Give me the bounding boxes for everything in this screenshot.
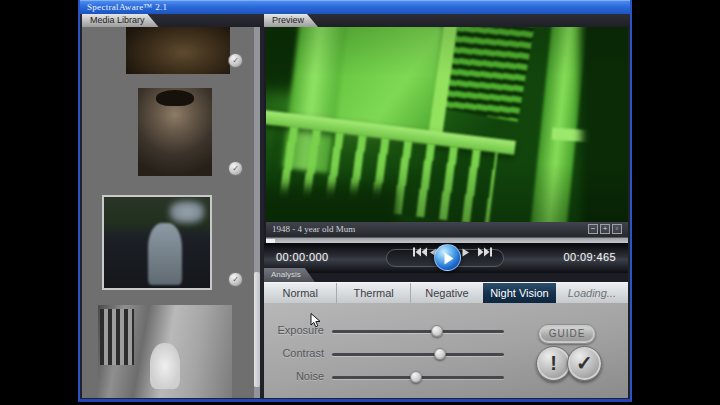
guide-button-label: GUIDE bbox=[549, 328, 586, 339]
media-library-scrollbar[interactable] bbox=[254, 27, 260, 398]
thumbnail-check-icon[interactable]: ✓ bbox=[228, 161, 243, 176]
zoom-in-button[interactable]: + bbox=[600, 224, 610, 234]
thumbnail-sepia-portrait[interactable] bbox=[138, 88, 212, 176]
contrast-slider[interactable] bbox=[332, 353, 504, 356]
preview-tab-label: Preview bbox=[272, 15, 304, 25]
panel-tab-strip: Media Library Preview bbox=[80, 14, 630, 27]
exposure-slider[interactable] bbox=[332, 330, 504, 333]
skip-end-button[interactable] bbox=[478, 243, 493, 261]
contrast-slider-thumb[interactable] bbox=[434, 348, 446, 360]
media-library-tab-label: Media Library bbox=[90, 15, 145, 25]
skip-start-icon bbox=[413, 247, 428, 257]
caption-bar: 1948 - 4 year old Mum − + ▫ bbox=[266, 222, 628, 237]
tab-thermal[interactable]: Thermal bbox=[336, 283, 409, 303]
title-bar[interactable]: SpectralAware™ 2.1 bbox=[80, 0, 630, 14]
window-title: SpectralAware™ 2.1 bbox=[87, 2, 167, 12]
tab-media-library[interactable]: Media Library bbox=[82, 14, 159, 27]
clip-caption: 1948 - 4 year old Mum bbox=[272, 224, 355, 234]
tab-negative[interactable]: Negative bbox=[410, 283, 483, 303]
skip-end-icon bbox=[478, 247, 493, 257]
tab-preview[interactable]: Preview bbox=[264, 14, 318, 27]
skip-start-button[interactable] bbox=[413, 243, 428, 261]
tab-night-vision[interactable]: Night Vision bbox=[483, 283, 555, 303]
noise-slider-row: Noise bbox=[264, 370, 564, 384]
analysis-tab-label: Analysis bbox=[271, 270, 301, 279]
thumbnail-check-icon[interactable]: ✓ bbox=[228, 272, 243, 287]
mouse-cursor bbox=[310, 313, 322, 333]
step-forward-button[interactable] bbox=[462, 243, 470, 261]
exclamation-icon: ! bbox=[550, 352, 557, 374]
play-button[interactable] bbox=[434, 244, 461, 271]
exposure-slider-thumb[interactable] bbox=[431, 325, 443, 337]
fit-screen-button[interactable]: ▫ bbox=[612, 224, 622, 234]
arrow-cursor-icon bbox=[310, 313, 322, 329]
vignette-overlay bbox=[266, 27, 628, 222]
noise-slider-thumb[interactable] bbox=[410, 371, 422, 383]
guide-button[interactable]: GUIDE bbox=[538, 324, 596, 344]
thumbnail-sepia-group[interactable] bbox=[126, 27, 230, 74]
thumbnail-bw-house-child[interactable] bbox=[98, 305, 232, 398]
playback-bar: 00:00:000 00:09:465 bbox=[264, 243, 628, 273]
noise-slider[interactable] bbox=[332, 376, 504, 379]
contrast-label: Contrast bbox=[264, 347, 324, 359]
preview-viewport[interactable] bbox=[266, 27, 628, 222]
preview-panel: 1948 - 4 year old Mum − + ▫ 00:00:000 00… bbox=[264, 27, 628, 398]
exposure-slider-row: Exposure bbox=[264, 324, 564, 338]
scrollbar-thumb[interactable] bbox=[254, 272, 260, 387]
app-window: SpectralAware™ 2.1 Media Library Preview… bbox=[78, 0, 632, 402]
play-icon bbox=[444, 252, 454, 265]
contrast-slider-row: Contrast bbox=[264, 347, 564, 361]
alert-button[interactable]: ! bbox=[536, 346, 571, 381]
tab-normal[interactable]: Normal bbox=[264, 283, 336, 303]
zoom-out-button[interactable]: − bbox=[588, 224, 598, 234]
total-duration: 00:09:465 bbox=[563, 251, 616, 263]
media-library-panel: ✓ ✓ ✓ bbox=[82, 27, 254, 398]
loading-status: Loading... bbox=[556, 283, 628, 303]
screen: SpectralAware™ 2.1 Media Library Preview… bbox=[0, 0, 720, 405]
mode-tab-row: Normal Thermal Negative Night Vision Loa… bbox=[264, 282, 628, 303]
noise-label: Noise bbox=[264, 370, 324, 382]
thumbnail-check-icon[interactable]: ✓ bbox=[228, 53, 243, 68]
checkmark-icon: ✓ bbox=[576, 352, 593, 374]
elapsed-time: 00:00:000 bbox=[276, 251, 329, 263]
thumbnail-color-family[interactable] bbox=[102, 195, 212, 290]
step-forward-icon bbox=[462, 248, 470, 257]
confirm-button[interactable]: ✓ bbox=[567, 346, 602, 381]
